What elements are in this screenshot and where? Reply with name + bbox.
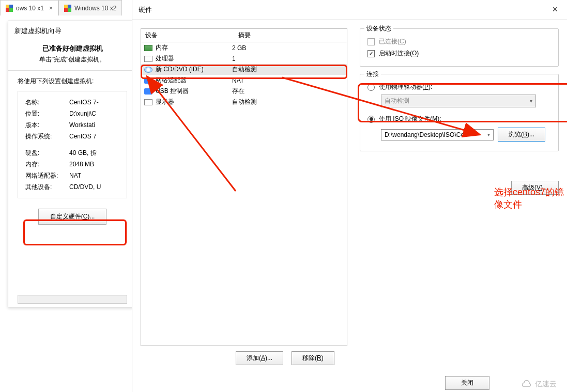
remove-device-button[interactable]: 移除(R) [292,351,334,365]
wizard-title: 新建虚拟机向导 [8,21,136,41]
wizard-subheading: 单击"完成"创建虚拟机。 [19,55,126,64]
display-icon [144,99,152,105]
fieldset-legend: 设备状态 [364,24,393,33]
hardware-title: 硬件 [139,5,152,14]
device-table: 设备 摘要 内存2 GB 处理器1 新 CD/DVD (IDE)自动检测 网络适… [141,28,347,346]
cloud-icon [520,380,533,389]
use-physical-drive-radio[interactable]: 使用物理驱动器(P): [367,83,551,91]
customize-hardware-button[interactable]: 自定义硬件(C)... [38,209,107,225]
device-row-network[interactable]: 网络适配器NAT [141,75,347,86]
wizard-scrollbar[interactable] [18,295,127,304]
tab-label: ows 10 x1 [16,5,44,12]
close-button[interactable]: 关闭 [445,376,489,390]
radio-icon[interactable] [367,84,375,91]
close-icon[interactable]: × [49,5,53,12]
chevron-down-icon: ▾ [530,98,532,104]
vm-tabs: ows 10 x1 × Windows 10 x2 [0,0,122,15]
checkbox-icon[interactable] [367,50,375,57]
connected-checkbox-row: 已连接(C) [367,37,551,46]
wizard-settings-panel: 名称:CentOS 7- 位置:D:\xunji\C 版本:Workstati … [18,91,127,198]
memory-icon [144,45,152,51]
chevron-down-icon: ▾ [487,132,490,137]
windows-icon [6,5,13,12]
usb-icon [144,88,152,95]
device-table-header: 设备 摘要 [141,29,347,42]
tab-win10-x1[interactable]: ows 10 x1 × [0,0,58,15]
tab-label: Windows 10 x2 [74,5,116,12]
device-row-display[interactable]: 显示器自动检测 [141,97,347,107]
watermark: 亿速云 [520,380,557,389]
hardware-dialog: 硬件 × 设备 摘要 内存2 GB 处理器1 新 CD/DVD (IDE)自动检… [132,0,567,392]
annotation-text: 选择centos7的镜像文件 [494,186,567,211]
physical-drive-select: 自动检测▾ [381,95,536,107]
add-device-button[interactable]: 添加(A)... [236,351,283,365]
wizard-desc: 将使用下列设置创建虚拟机: [18,77,127,86]
fieldset-legend: 连接 [364,70,381,79]
checkbox-icon [367,38,375,45]
connect-at-poweron-checkbox-row[interactable]: 启动时连接(O) [367,49,551,58]
close-icon[interactable]: × [549,4,561,15]
device-row-cpu[interactable]: 处理器1 [141,53,347,64]
device-row-cddvd[interactable]: 新 CD/DVD (IDE)自动检测 [141,64,347,75]
device-row-memory[interactable]: 内存2 GB [141,42,347,53]
use-iso-radio[interactable]: 使用 ISO 映像文件(M): [367,115,551,123]
browse-button[interactable]: 浏览(B)... [498,128,545,142]
cpu-icon [144,56,152,62]
device-row-usb[interactable]: USB 控制器存在 [141,86,347,97]
wizard-heading: 已准备好创建虚拟机 [19,44,126,53]
windows-icon [64,5,71,12]
cd-icon [144,67,152,73]
connection-fieldset: 连接 使用物理驱动器(P): 自动检测▾ 使用 ISO 映像文件(M): D:\… [360,74,559,151]
radio-icon[interactable] [367,116,375,123]
network-icon [144,77,152,84]
tab-win10-x2[interactable]: Windows 10 x2 [58,0,122,15]
device-status-fieldset: 设备状态 已连接(C) 启动时连接(O) [360,28,559,67]
iso-path-select[interactable]: D:\wendang\Desktop\ISO\Cen▾ [381,129,494,140]
new-vm-wizard-dialog: 新建虚拟机向导 已准备好创建虚拟机 单击"完成"创建虚拟机。 将使用下列设置创建… [8,21,137,307]
